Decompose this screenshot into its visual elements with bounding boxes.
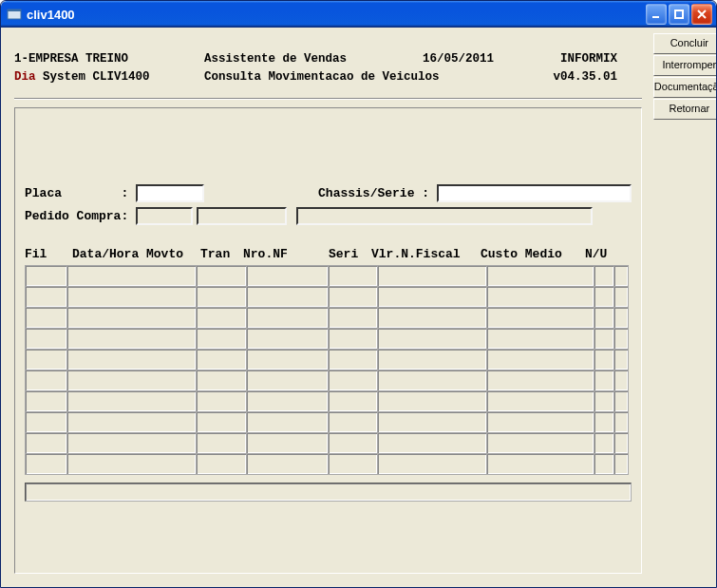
table-row[interactable]	[26, 349, 629, 370]
cell[interactable]	[594, 328, 614, 349]
cell[interactable]	[614, 390, 629, 411]
cell[interactable]	[594, 411, 614, 432]
cell[interactable]	[328, 453, 377, 474]
cell[interactable]	[487, 307, 594, 328]
close-button[interactable]	[691, 4, 712, 25]
cell[interactable]	[197, 432, 246, 453]
table-row[interactable]	[26, 432, 629, 453]
cell[interactable]	[377, 390, 486, 411]
cell[interactable]	[328, 411, 377, 432]
cell[interactable]	[67, 328, 197, 349]
cell[interactable]	[614, 307, 629, 328]
cell[interactable]	[67, 390, 197, 411]
cell[interactable]	[614, 349, 629, 370]
cell[interactable]	[26, 307, 67, 328]
cell[interactable]	[246, 411, 328, 432]
interromper-button[interactable]: Interromper	[653, 55, 717, 76]
cell[interactable]	[328, 307, 377, 328]
cell[interactable]	[26, 328, 67, 349]
cell[interactable]	[246, 390, 328, 411]
cell[interactable]	[614, 328, 629, 349]
cell[interactable]	[377, 411, 486, 432]
cell[interactable]	[614, 453, 629, 474]
data-grid[interactable]	[25, 265, 629, 475]
cell[interactable]	[487, 328, 594, 349]
cell[interactable]	[67, 349, 197, 370]
cell[interactable]	[594, 370, 614, 390]
cell[interactable]	[26, 349, 67, 370]
cell[interactable]	[487, 411, 594, 432]
cell[interactable]	[487, 453, 594, 474]
cell[interactable]	[594, 286, 614, 307]
cell[interactable]	[594, 265, 614, 286]
cell[interactable]	[67, 265, 197, 286]
maximize-button[interactable]	[669, 4, 689, 25]
cell[interactable]	[328, 432, 377, 453]
cell[interactable]	[67, 370, 197, 390]
cell[interactable]	[614, 370, 629, 390]
cell[interactable]	[614, 432, 629, 453]
cell[interactable]	[487, 286, 594, 307]
cell[interactable]	[197, 349, 246, 370]
cell[interactable]	[594, 390, 614, 411]
cell[interactable]	[614, 411, 629, 432]
cell[interactable]	[377, 370, 486, 390]
table-row[interactable]	[26, 265, 629, 286]
concluir-button[interactable]: Concluir	[653, 33, 717, 54]
table-row[interactable]	[26, 286, 629, 307]
minimize-button[interactable]	[646, 4, 667, 25]
cell[interactable]	[197, 307, 246, 328]
table-row[interactable]	[26, 390, 629, 411]
cell[interactable]	[26, 390, 67, 411]
cell[interactable]	[377, 453, 486, 474]
cell[interactable]	[246, 286, 328, 307]
cell[interactable]	[487, 265, 594, 286]
titlebar[interactable]: cliv1400	[1, 1, 716, 28]
cell[interactable]	[594, 432, 614, 453]
cell[interactable]	[246, 370, 328, 390]
cell[interactable]	[377, 432, 486, 453]
cell[interactable]	[487, 349, 594, 370]
cell[interactable]	[328, 349, 377, 370]
cell[interactable]	[377, 328, 486, 349]
cell[interactable]	[328, 286, 377, 307]
cell[interactable]	[594, 307, 614, 328]
table-row[interactable]	[26, 411, 629, 432]
table-row[interactable]	[26, 453, 629, 474]
cell[interactable]	[246, 307, 328, 328]
pedido-input-1[interactable]	[136, 207, 193, 225]
cell[interactable]	[328, 390, 377, 411]
cell[interactable]	[377, 349, 486, 370]
table-row[interactable]	[26, 307, 629, 328]
cell[interactable]	[67, 286, 197, 307]
cell[interactable]	[328, 370, 377, 390]
table-row[interactable]	[26, 328, 629, 349]
cell[interactable]	[328, 328, 377, 349]
cell[interactable]	[246, 349, 328, 370]
cell[interactable]	[197, 265, 246, 286]
cell[interactable]	[26, 286, 67, 307]
documentacao-button[interactable]: Documentação	[653, 77, 717, 98]
cell[interactable]	[197, 411, 246, 432]
cell[interactable]	[246, 453, 328, 474]
cell[interactable]	[26, 432, 67, 453]
cell[interactable]	[197, 370, 246, 390]
cell[interactable]	[487, 370, 594, 390]
cell[interactable]	[67, 307, 197, 328]
cell[interactable]	[246, 328, 328, 349]
cell[interactable]	[487, 390, 594, 411]
cell[interactable]	[614, 286, 629, 307]
cell[interactable]	[67, 411, 197, 432]
cell[interactable]	[67, 432, 197, 453]
cell[interactable]	[26, 411, 67, 432]
cell[interactable]	[246, 265, 328, 286]
chassis-input[interactable]	[437, 184, 632, 202]
cell[interactable]	[328, 265, 377, 286]
cell[interactable]	[487, 432, 594, 453]
retornar-button[interactable]: Retornar	[653, 99, 717, 120]
cell[interactable]	[377, 286, 486, 307]
pedido-input-2[interactable]	[197, 207, 287, 225]
cell[interactable]	[197, 390, 246, 411]
cell[interactable]	[26, 453, 67, 474]
cell[interactable]	[26, 370, 67, 390]
